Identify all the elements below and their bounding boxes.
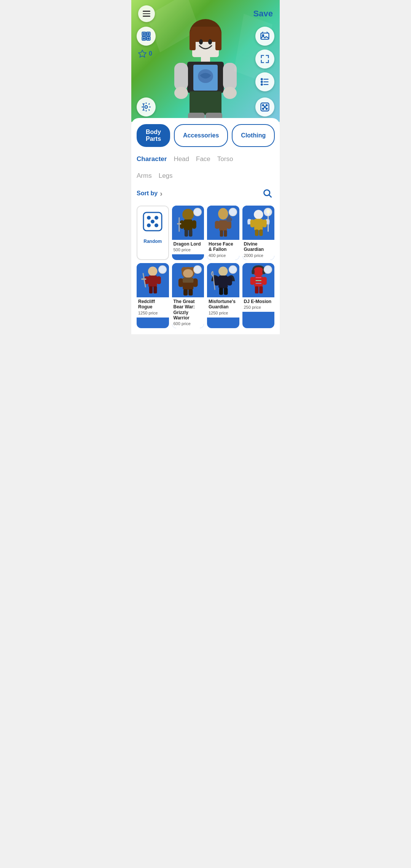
menu-button[interactable] — [138, 5, 155, 22]
subtab-legs[interactable]: Legs — [159, 170, 180, 182]
svg-rect-106 — [255, 286, 258, 294]
svg-point-44 — [264, 190, 270, 196]
item-card-divine-guardian[interactable]: Divine Guardian 2000 price — [242, 206, 275, 260]
svg-rect-33 — [190, 91, 204, 116]
subtab-character[interactable]: Character — [137, 153, 174, 165]
bottom-panel: Body Parts Accessories Clothing Characte… — [131, 118, 280, 334]
item-checkbox-dragon-lord — [193, 208, 202, 216]
sort-by-control[interactable]: Sort by › — [137, 189, 162, 198]
subtabs-row1: Character Head Face Torso — [137, 153, 274, 165]
svg-point-7 — [148, 38, 149, 39]
item-card-random[interactable]: Random — [137, 206, 169, 260]
gallery-button[interactable] — [255, 27, 274, 46]
svg-rect-70 — [262, 220, 266, 228]
svg-point-50 — [155, 224, 158, 227]
subtab-face[interactable]: Face — [196, 153, 217, 165]
item-price-dj-emosion: 250 price — [244, 305, 273, 310]
list-view-button[interactable] — [255, 72, 274, 91]
main-tabs: Body Parts Accessories Clothing — [137, 124, 274, 147]
svg-point-41 — [263, 108, 264, 110]
avatar-selector-button[interactable] — [137, 27, 156, 46]
svg-rect-78 — [157, 276, 161, 284]
svg-rect-107 — [259, 286, 263, 294]
item-card-misfortune-guardian[interactable]: Misfortune's Guardian 1250 price — [207, 263, 239, 329]
item-grid: Random Dragon — [137, 206, 274, 328]
settings-button[interactable] — [137, 97, 156, 116]
currency-value: 0 — [149, 50, 152, 57]
item-checkbox-redcliff-rogue — [158, 265, 167, 274]
search-button[interactable] — [261, 187, 274, 200]
item-info-dj-emosion: DJ E-Mosion 250 price — [242, 297, 275, 312]
svg-point-51 — [151, 220, 154, 223]
tab-clothing[interactable]: Clothing — [232, 124, 275, 147]
svg-rect-105 — [262, 277, 266, 285]
item-checkbox-divine-guardian — [264, 208, 272, 216]
svg-point-48 — [155, 217, 158, 219]
svg-line-45 — [269, 195, 271, 197]
item-price-divine-guardian: 2000 price — [244, 253, 273, 258]
subtab-arms[interactable]: Arms — [137, 170, 159, 182]
tab-body-parts[interactable]: Body Parts — [137, 124, 170, 147]
item-card-dj-emosion[interactable]: DJ E-Mosion 250 price — [242, 263, 275, 329]
item-name-dj-emosion: DJ E-Mosion — [244, 299, 273, 304]
svg-rect-54 — [180, 220, 184, 229]
svg-rect-104 — [250, 277, 254, 285]
svg-rect-92 — [183, 278, 193, 282]
svg-rect-34 — [207, 91, 221, 116]
item-price-misfortune-guardian: 1250 price — [209, 311, 238, 315]
item-name-redcliff-rogue: Redcliff Rogue — [138, 299, 167, 310]
svg-rect-71 — [255, 230, 258, 236]
svg-point-67 — [254, 210, 263, 219]
item-name-dragon-lord: Dragon Lord — [174, 241, 203, 247]
item-card-redcliff-rogue[interactable]: Redcliff Rogue 1250 price — [137, 263, 169, 329]
item-card-horse-face[interactable]: Horse Face & Fallon 400 price — [207, 206, 239, 260]
random-dice-button[interactable] — [255, 97, 274, 116]
svg-point-42 — [266, 108, 268, 110]
bottom-left-controls — [137, 97, 156, 116]
svg-point-10 — [263, 35, 264, 36]
item-card-bear-warrior[interactable]: The Great Bear War: Grizzly Warrior 600 … — [172, 263, 204, 329]
sort-label-text: Sort by — [137, 190, 158, 197]
svg-rect-95 — [214, 276, 219, 285]
item-card-dragon-lord[interactable]: Dragon Lord 500 price — [172, 206, 204, 260]
svg-rect-98 — [224, 287, 228, 295]
item-name-horse-face: Horse Face & Fallon — [209, 241, 238, 252]
svg-point-4 — [143, 33, 145, 35]
bottom-right-controls — [255, 97, 274, 116]
svg-marker-8 — [139, 50, 146, 57]
item-price-dragon-lord: 500 price — [174, 247, 203, 252]
svg-point-75 — [148, 266, 157, 276]
tab-accessories[interactable]: Accessories — [174, 124, 228, 147]
svg-point-40 — [266, 105, 268, 106]
svg-rect-72 — [259, 230, 263, 236]
item-checkbox-horse-face — [229, 208, 237, 216]
svg-rect-97 — [219, 287, 223, 295]
svg-rect-61 — [219, 220, 227, 231]
item-info-redcliff-rogue: Redcliff Rogue 1250 price — [137, 297, 169, 318]
svg-point-30 — [174, 87, 188, 99]
expand-button[interactable] — [255, 49, 274, 69]
svg-rect-68 — [254, 219, 263, 230]
save-button[interactable]: Save — [253, 9, 273, 19]
avatar-figure — [167, 15, 244, 122]
svg-rect-65 — [224, 230, 227, 237]
svg-rect-88 — [178, 278, 183, 287]
item-name-bear-warrior: The Great Bear War: Grizzly Warrior — [174, 299, 203, 321]
svg-point-31 — [223, 87, 237, 99]
item-info-misfortune-guardian: Misfortune's Guardian 1250 price — [207, 297, 239, 318]
svg-rect-29 — [223, 63, 237, 90]
svg-rect-96 — [227, 276, 232, 285]
svg-point-39 — [263, 105, 264, 106]
subtab-head[interactable]: Head — [174, 153, 196, 165]
svg-rect-20 — [190, 31, 196, 50]
svg-point-49 — [148, 224, 150, 227]
svg-rect-82 — [141, 278, 146, 280]
svg-point-86 — [183, 269, 193, 278]
item-checkbox-dj-emosion — [264, 265, 272, 274]
item-info-bear-warrior: The Great Bear War: Grizzly Warrior 600 … — [172, 297, 204, 329]
svg-rect-57 — [189, 230, 192, 237]
svg-point-47 — [148, 217, 150, 219]
svg-rect-101 — [252, 270, 255, 274]
svg-rect-24 — [201, 56, 210, 62]
subtab-torso[interactable]: Torso — [217, 153, 240, 165]
